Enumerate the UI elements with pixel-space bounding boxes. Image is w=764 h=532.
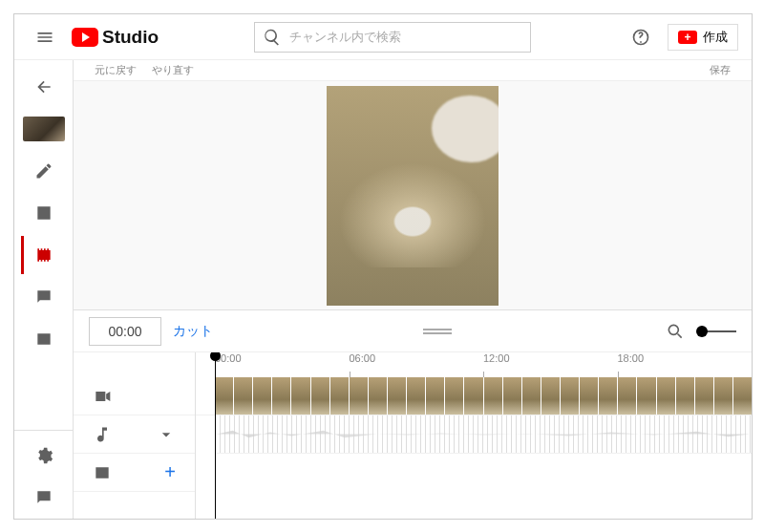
arrow-left-icon <box>34 77 53 96</box>
create-button[interactable]: 作成 <box>668 24 738 51</box>
drag-handle-icon <box>423 329 452 334</box>
current-time-box[interactable]: 00:00 <box>89 317 161 346</box>
ruler-tick: 18:00 <box>618 352 645 364</box>
video-clip[interactable] <box>215 377 233 415</box>
editor-icon <box>34 245 53 265</box>
comments-icon <box>34 287 53 307</box>
zoom-out-button[interactable] <box>662 318 689 345</box>
camera-icon <box>93 387 112 406</box>
current-time: 00:00 <box>108 324 141 339</box>
track-head-endscreen[interactable]: + <box>74 454 195 492</box>
ruler-tick: 06:00 <box>350 352 376 364</box>
comments-nav[interactable] <box>21 278 67 316</box>
video-thumbnail-icon <box>23 117 65 141</box>
time-ruler[interactable]: 00:00 06:00 12:00 18:00 <box>196 352 752 377</box>
analytics-icon <box>34 203 53 223</box>
sidebar <box>14 60 74 519</box>
menu-button[interactable] <box>28 20 62 54</box>
hamburger-icon <box>35 28 54 47</box>
music-note-icon <box>93 425 112 444</box>
cut-button[interactable]: カット <box>173 323 213 340</box>
search-input[interactable] <box>289 30 522 44</box>
brand-text: Studio <box>102 27 159 48</box>
zoom-slider-thumb[interactable] <box>696 326 708 337</box>
youtube-icon <box>72 28 98 47</box>
endscreen-icon <box>93 463 112 482</box>
help-icon <box>631 28 650 47</box>
track-head-audio[interactable] <box>74 415 195 454</box>
playhead[interactable] <box>215 352 216 519</box>
save-label[interactable]: 保存 <box>710 63 731 77</box>
redo-label[interactable]: やり直す <box>152 63 194 77</box>
create-label: 作成 <box>703 29 728 46</box>
back-button[interactable] <box>21 68 67 106</box>
preview-image <box>327 86 499 306</box>
feedback-nav[interactable] <box>21 479 67 517</box>
help-button[interactable] <box>624 20 658 54</box>
gear-icon <box>34 446 53 465</box>
feedback-icon <box>34 488 53 507</box>
search-icon <box>263 28 282 47</box>
cut-label: カット <box>173 323 213 338</box>
subtitles-nav[interactable] <box>21 320 67 358</box>
panel-drag-handle[interactable] <box>224 329 650 334</box>
search-box[interactable] <box>254 22 531 53</box>
magnifier-icon <box>666 322 685 341</box>
subtitles-icon <box>34 330 53 349</box>
ruler-tick: 12:00 <box>483 352 510 364</box>
endscreen-track[interactable] <box>196 454 752 492</box>
studio-logo[interactable]: Studio <box>72 27 159 48</box>
editor-nav[interactable] <box>21 236 67 274</box>
analytics-nav[interactable] <box>21 194 67 232</box>
add-endscreen-icon[interactable]: + <box>164 461 176 483</box>
svg-point-1 <box>668 325 678 334</box>
audio-track[interactable] <box>215 415 752 454</box>
create-icon <box>678 31 697 44</box>
video-track[interactable] <box>196 377 752 415</box>
video-preview[interactable] <box>74 81 752 310</box>
pencil-icon <box>34 161 53 181</box>
settings-nav[interactable] <box>21 436 67 475</box>
video-thumb[interactable] <box>21 110 67 148</box>
breadcrumb: 元に戻す やり直す 保存 <box>74 60 752 81</box>
chevron-down-icon <box>157 425 176 444</box>
timeline-tracks[interactable]: 00:00 06:00 12:00 18:00 <box>196 352 752 519</box>
zoom-slider[interactable] <box>698 330 736 332</box>
track-head-video[interactable] <box>74 377 195 415</box>
undo-label[interactable]: 元に戻す <box>95 63 137 77</box>
details-nav[interactable] <box>21 152 67 190</box>
